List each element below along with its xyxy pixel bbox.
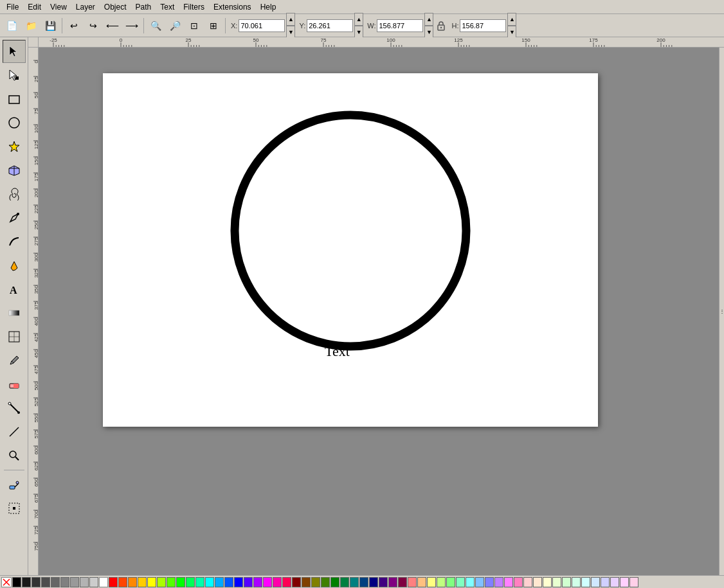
palette-swatch[interactable]: [109, 577, 118, 587]
eyedropper-tool-button[interactable]: [3, 349, 26, 372]
palette-swatch[interactable]: [504, 577, 513, 587]
palette-swatch[interactable]: [195, 577, 204, 587]
palette-swatch[interactable]: [89, 577, 98, 587]
undo2-button[interactable]: ⟵: [104, 17, 122, 35]
zoom-tool-button[interactable]: [3, 444, 26, 467]
palette-swatch[interactable]: [138, 577, 147, 587]
palette-swatch[interactable]: [273, 577, 282, 587]
palette-swatch[interactable]: [591, 577, 600, 587]
palette-swatch[interactable]: [629, 577, 638, 587]
palette-swatch[interactable]: [99, 577, 108, 587]
palette-swatch[interactable]: [215, 577, 224, 587]
spiral-tool-button[interactable]: [3, 183, 26, 206]
open-button[interactable]: 📁: [22, 17, 40, 35]
zoom-out-button[interactable]: 🔎: [166, 17, 184, 35]
palette-swatch[interactable]: [543, 577, 552, 587]
palette-swatch[interactable]: [572, 577, 581, 587]
menu-layer[interactable]: Layer: [72, 1, 99, 13]
palette-swatch[interactable]: [427, 577, 436, 587]
spray-tool-button[interactable]: [3, 473, 26, 496]
y-input[interactable]: [307, 19, 353, 32]
menu-view[interactable]: View: [46, 1, 71, 13]
palette-swatch[interactable]: [359, 577, 368, 587]
palette-swatch[interactable]: [417, 577, 426, 587]
palette-swatch[interactable]: [475, 577, 484, 587]
mesh-gradient-tool-button[interactable]: [3, 325, 26, 348]
pen-tool-button[interactable]: [3, 206, 26, 229]
menu-edit[interactable]: Edit: [24, 1, 45, 13]
select-tool-button[interactable]: [3, 40, 26, 63]
palette-swatch[interactable]: [494, 577, 503, 587]
palette-swatch[interactable]: [244, 577, 253, 587]
x-down-button[interactable]: ▼: [286, 26, 295, 39]
palette-swatch[interactable]: [581, 577, 590, 587]
palette-swatch[interactable]: [514, 577, 523, 587]
palette-swatch[interactable]: [437, 577, 446, 587]
star-tool-button[interactable]: [3, 135, 26, 158]
palette-swatch[interactable]: [466, 577, 475, 587]
palette-swatch[interactable]: [282, 577, 291, 587]
palette-swatch[interactable]: [446, 577, 455, 587]
palette-swatch[interactable]: [128, 577, 137, 587]
palette-swatch[interactable]: [302, 577, 311, 587]
palette-swatch[interactable]: [253, 577, 262, 587]
redo-button[interactable]: ↪: [84, 17, 102, 35]
measure-tool-button[interactable]: [3, 420, 26, 443]
y-up-button[interactable]: ▲: [354, 13, 363, 26]
eraser-tool-button[interactable]: [3, 373, 26, 396]
palette-swatch[interactable]: [224, 577, 233, 587]
new-button[interactable]: 📄: [3, 17, 21, 35]
h-up-button[interactable]: ▲: [507, 13, 516, 26]
palette-swatch[interactable]: [330, 577, 339, 587]
menu-text[interactable]: Text: [156, 1, 178, 13]
palette-swatch[interactable]: [70, 577, 79, 587]
no-color-swatch[interactable]: [1, 577, 12, 587]
x-input[interactable]: [239, 19, 285, 32]
text-tool-button[interactable]: A: [3, 278, 26, 301]
palette-swatch[interactable]: [234, 577, 243, 587]
palette-swatch[interactable]: [147, 577, 156, 587]
menu-extensions[interactable]: Extensions: [210, 1, 255, 13]
palette-swatch[interactable]: [186, 577, 195, 587]
palette-swatch[interactable]: [610, 577, 619, 587]
palette-swatch[interactable]: [41, 577, 50, 587]
circle-tool-button[interactable]: [3, 111, 26, 134]
palette-swatch[interactable]: [388, 577, 397, 587]
x-up-button[interactable]: ▲: [286, 13, 295, 26]
gradient-tool-button[interactable]: [3, 301, 26, 325]
menu-object[interactable]: Object: [100, 1, 131, 13]
palette-swatch[interactable]: [80, 577, 89, 587]
palette-swatch[interactable]: [32, 577, 41, 587]
palette-swatch[interactable]: [523, 577, 532, 587]
save-button[interactable]: 💾: [41, 17, 59, 35]
palette-swatch[interactable]: [205, 577, 214, 587]
menu-filters[interactable]: Filters: [179, 1, 208, 13]
palette-swatch[interactable]: [369, 577, 378, 587]
palette-swatch[interactable]: [408, 577, 417, 587]
palette-swatch[interactable]: [263, 577, 272, 587]
palette-swatch[interactable]: [601, 577, 610, 587]
palette-swatch[interactable]: [485, 577, 494, 587]
node-tool-button[interactable]: [3, 64, 26, 87]
menu-path[interactable]: Path: [132, 1, 156, 13]
y-down-button[interactable]: ▼: [354, 26, 363, 39]
zoom-fit-button[interactable]: ⊡: [185, 17, 203, 35]
palette-swatch[interactable]: [12, 577, 21, 587]
palette-swatch[interactable]: [22, 577, 31, 587]
palette-swatch[interactable]: [51, 577, 60, 587]
calligraphy-tool-button[interactable]: [3, 230, 26, 253]
palette-swatch[interactable]: [292, 577, 301, 587]
palette-swatch[interactable]: [552, 577, 561, 587]
palette-swatch[interactable]: [350, 577, 359, 587]
w-up-button[interactable]: ▲: [424, 13, 433, 26]
palette-swatch[interactable]: [118, 577, 127, 587]
palette-swatch[interactable]: [533, 577, 542, 587]
redo2-button[interactable]: ⟶: [123, 17, 141, 35]
palette-swatch[interactable]: [620, 577, 629, 587]
palette-swatch[interactable]: [60, 577, 69, 587]
transform-tool-button[interactable]: [3, 497, 26, 520]
3d-box-tool-button[interactable]: [3, 159, 26, 182]
right-panel-handle[interactable]: ⋮: [719, 48, 724, 575]
palette-swatch[interactable]: [157, 577, 166, 587]
canvas-scroll[interactable]: Text: [39, 48, 719, 575]
